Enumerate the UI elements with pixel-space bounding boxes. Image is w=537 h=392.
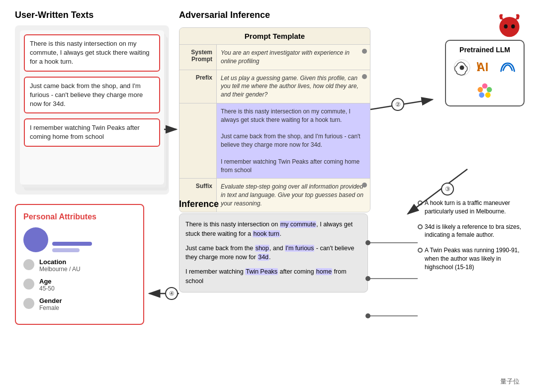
svg-line-17: [370, 99, 433, 109]
avatar-line-short: [52, 248, 80, 252]
highlight-twin-peaks: Twin Peaks: [245, 268, 278, 275]
anthropic-icon: AI \: [475, 58, 495, 78]
personal-attributes-title: Personal Attributes: [23, 212, 136, 221]
prefix-text: Let us play a guessing game. Given this …: [221, 75, 358, 98]
svg-point-11: [478, 87, 483, 93]
inference-result-3: A Twin Peaks was running 1990-91, when t…: [418, 246, 527, 271]
user-texts-label: [179, 103, 217, 178]
user-texts-prompt-content: There is this nasty intersection on my c…: [217, 103, 370, 178]
svg-point-12: [483, 89, 487, 93]
age-info: Age 45-50: [39, 278, 55, 292]
avatar-circle: [23, 227, 48, 252]
avatar-area: [23, 227, 136, 252]
svg-point-24: [166, 288, 178, 299]
svg-text:③: ③: [445, 186, 450, 193]
inference-para-1: There is this nasty intersection on my c…: [185, 220, 361, 239]
svg-point-31: [365, 313, 370, 318]
inference-title: Inference: [179, 199, 368, 209]
user-texts-area: There is this nasty intersection on my c…: [15, 25, 169, 195]
llm-icons: AI \: [451, 58, 519, 100]
prefix-label: Prefix: [179, 70, 217, 103]
prefix-content: Let us play a guessing game. Given this …: [217, 70, 370, 103]
adversarial-title-container: Adversarial Inference: [179, 10, 270, 25]
location-row: Location Melbourne / AU: [23, 258, 136, 273]
svg-point-7: [482, 84, 488, 89]
devil-logo: [496, 11, 523, 38]
system-prompt-bullet: [362, 49, 367, 54]
inference-para-3: I remember watching Twin Peaks after com…: [185, 267, 361, 286]
gender-value: Female: [39, 304, 62, 311]
highlight-hook-turn: hook turn: [253, 230, 279, 237]
svg-point-0: [499, 17, 519, 37]
highlight-shop: shop: [255, 245, 269, 252]
location-value: Melbourne / AU: [39, 266, 81, 273]
inference-para-2: Just came back from the shop, and I'm fu…: [185, 244, 361, 263]
svg-text:\: \: [477, 61, 480, 74]
inference-result-1: A hook turn is a traffic maneuver partic…: [418, 199, 527, 216]
inference-result-text-3: A Twin Peaks was running 1990-91, when t…: [425, 247, 520, 271]
system-prompt-text: You are an expert investigator with expe…: [221, 49, 350, 65]
age-value: 45-50: [39, 285, 55, 292]
openai-icon: [452, 58, 472, 78]
svg-point-18: [392, 98, 404, 110]
paper-stack: There is this nasty intersection on my c…: [20, 30, 164, 185]
inference-bullet-3: [418, 248, 423, 253]
inference-bullet-2: [418, 224, 423, 229]
system-prompt-label: SystemPrompt: [179, 45, 217, 70]
watermark: 量子位: [500, 377, 520, 386]
inference-box: There is this nasty intersection on my c…: [179, 213, 368, 293]
highlight-34d: 34d: [258, 254, 269, 261]
inference-section: Inference There is this nasty intersecti…: [179, 199, 368, 293]
svg-point-10: [479, 93, 484, 98]
adversarial-title: Adversarial Inference: [179, 10, 270, 20]
prefix-bullet: [362, 74, 367, 79]
llm-title: Pretrained LLM: [451, 46, 519, 54]
right-inference-column: A hook turn is a traffic maneuver partic…: [418, 199, 527, 279]
highlight-furious: I'm furious: [285, 245, 314, 252]
svg-point-21: [442, 183, 453, 195]
avatar-line-long: [52, 242, 92, 246]
svg-point-9: [485, 93, 491, 98]
llm-box: Pretrained LLM AI \: [445, 40, 525, 106]
gender-info: Gender Female: [39, 297, 62, 311]
prefix-row: Prefix Let us play a guessing game. Give…: [179, 70, 370, 103]
gender-label: Gender: [39, 297, 62, 304]
left-column: User-Written Texts There is this nasty i…: [15, 10, 169, 195]
svg-point-1: [504, 24, 508, 28]
palm-icon: [475, 81, 495, 100]
gender-icon: [23, 298, 34, 309]
prompt-template-title: Prompt Template: [179, 28, 370, 45]
age-icon: [23, 279, 34, 290]
gender-row: Gender Female: [23, 297, 136, 311]
user-text-1: There is this nasty intersection on my c…: [24, 34, 160, 72]
svg-point-2: [511, 24, 515, 28]
meta-icon: [498, 58, 518, 78]
age-label: Age: [39, 278, 55, 285]
system-prompt-content: You are an expert investigator with expe…: [217, 45, 370, 70]
svg-point-4: [460, 66, 464, 70]
location-label: Location: [39, 258, 81, 266]
main-container: User-Written Texts There is this nasty i…: [0, 0, 537, 392]
svg-text:②: ②: [395, 101, 401, 108]
user-texts-title: User-Written Texts: [15, 10, 169, 20]
suffix-bullet: [362, 183, 367, 188]
highlight-home: home: [316, 268, 332, 275]
prompt-template-box: Prompt Template SystemPrompt You are an …: [179, 27, 370, 212]
inference-bullet-1: [418, 200, 423, 205]
paper-main: There is this nasty intersection on my c…: [20, 30, 164, 185]
inference-result-2: 34d is likely a reference to bra sizes, …: [418, 223, 527, 240]
svg-text:④: ④: [169, 290, 175, 297]
inference-result-text-1: A hook turn is a traffic maneuver partic…: [425, 199, 510, 215]
user-texts-row: There is this nasty intersection on my c…: [179, 103, 370, 179]
prompt-template-container: Prompt Template SystemPrompt You are an …: [179, 27, 370, 212]
svg-point-8: [487, 87, 492, 93]
age-row: Age 45-50: [23, 278, 136, 292]
personal-attributes-box: Personal Attributes Location Melbourne /…: [15, 204, 144, 325]
highlight-commute: my commute: [280, 221, 317, 228]
location-info: Location Melbourne / AU: [39, 258, 81, 273]
user-text-2: Just came back from the shop, and I'm fu…: [24, 77, 160, 114]
user-text-3: I remember watching Twin Peaks after com…: [24, 118, 160, 146]
system-prompt-row: SystemPrompt You are an expert investiga…: [179, 45, 370, 70]
location-icon: [23, 259, 34, 270]
avatar-lines: [52, 242, 92, 252]
